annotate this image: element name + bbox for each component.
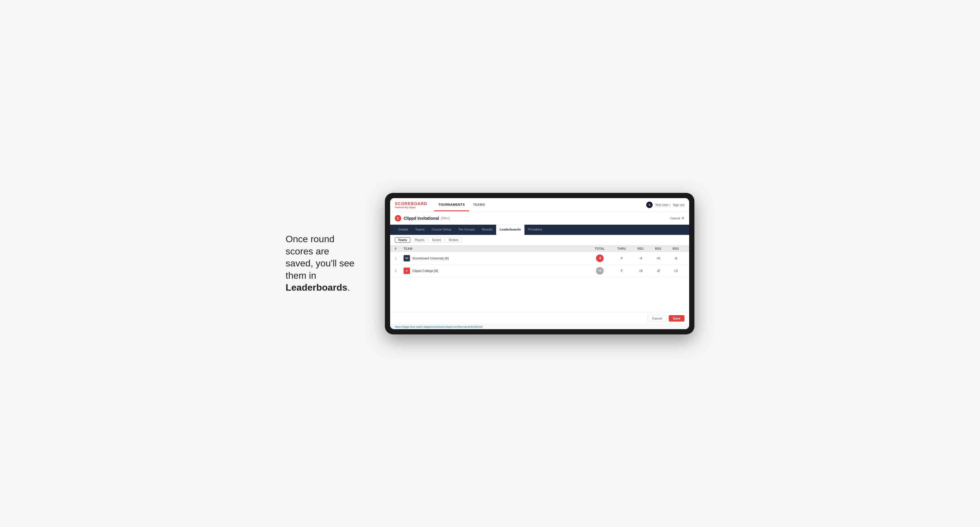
tab-leaderboards[interactable]: Leaderboards bbox=[496, 225, 525, 235]
tablet-screen: SCOREBOARD Powered by clippd TOURNAMENTS… bbox=[390, 198, 689, 329]
brand-logo: SCOREBOARD Powered by clippd bbox=[395, 202, 427, 209]
rd1-2: +8 bbox=[632, 269, 649, 273]
nav-right: S Test User | Sign out bbox=[646, 202, 684, 208]
desc-line1: Once round bbox=[286, 234, 334, 244]
filter-players[interactable]: Players bbox=[412, 237, 428, 243]
team-name-2: Clippd College [A] bbox=[412, 269, 438, 273]
tab-tee-groups[interactable]: Tee Groups bbox=[455, 225, 478, 235]
thru-2: F bbox=[611, 269, 632, 273]
desc-line2: scores are bbox=[286, 246, 329, 257]
brand-title: SCOREBOARD bbox=[395, 202, 427, 206]
total-cell-2: +3 bbox=[588, 267, 611, 275]
status-url: https://stage-blue-coach.stagesscoreboar… bbox=[395, 325, 483, 328]
tournament-sub: (Men) bbox=[441, 216, 450, 220]
save-button[interactable]: Save bbox=[669, 315, 684, 322]
tab-printables[interactable]: Printables bbox=[525, 225, 546, 235]
nav-teams[interactable]: TEAMS bbox=[469, 199, 489, 211]
table-row: 1 SU Scoreboard University [A] -5 F -4 +… bbox=[390, 252, 689, 265]
filter-bar: Teams Players Scores Strokes bbox=[390, 235, 689, 245]
table-row: 2 C Clippd College [A] +3 F +8 -8 +3 bbox=[390, 265, 689, 277]
status-bar: https://stage-blue-coach.stagesscoreboar… bbox=[390, 324, 689, 329]
tournament-name: Clippd Invitational bbox=[404, 216, 439, 221]
tournament-header: C Clippd Invitational (Men) Cancel ✕ bbox=[390, 212, 689, 225]
user-name: Test User | bbox=[655, 203, 670, 206]
navbar: SCOREBOARD Powered by clippd TOURNAMENTS… bbox=[390, 198, 689, 212]
sign-out-link[interactable]: Sign out bbox=[673, 203, 684, 206]
nav-tournaments[interactable]: TOURNAMENTS bbox=[434, 199, 469, 211]
rd1-1: -4 bbox=[632, 257, 649, 260]
tab-results[interactable]: Results bbox=[478, 225, 496, 235]
cancel-button[interactable]: Cancel bbox=[648, 315, 667, 322]
tab-course-setup[interactable]: Course Setup bbox=[428, 225, 455, 235]
team-name-1: Scoreboard University [A] bbox=[412, 257, 449, 260]
total-badge-2: +3 bbox=[596, 267, 604, 275]
team-logo-1: SU bbox=[404, 255, 410, 262]
table-spacer bbox=[390, 277, 689, 312]
sub-tabs: Details Teams Course Setup Tee Groups Re… bbox=[390, 225, 689, 235]
team-logo-2: C bbox=[404, 268, 410, 274]
cancel-x-button[interactable]: Cancel ✕ bbox=[670, 216, 684, 220]
table-header: # TEAM TOTAL THRU RD1 RD2 RD3 bbox=[390, 245, 689, 252]
desc-line3: saved, you'll see bbox=[286, 258, 355, 268]
rd2-1: +5 bbox=[649, 257, 667, 260]
nav-links: TOURNAMENTS TEAMS bbox=[434, 199, 646, 211]
page-wrapper: Once round scores are saved, you'll see … bbox=[286, 193, 694, 334]
left-description: Once round scores are saved, you'll see … bbox=[286, 233, 368, 294]
footer: Cancel Save bbox=[390, 312, 689, 324]
rd3-2: +3 bbox=[667, 269, 684, 273]
total-badge-1: -5 bbox=[596, 254, 604, 262]
rd3-1: -6 bbox=[667, 257, 684, 260]
rd2-2: -8 bbox=[649, 269, 667, 273]
total-cell-1: -5 bbox=[588, 254, 611, 262]
team-cell-2: C Clippd College [A] bbox=[404, 268, 588, 274]
team-cell-1: SU Scoreboard University [A] bbox=[404, 255, 588, 262]
filter-teams[interactable]: Teams bbox=[395, 237, 410, 243]
user-avatar: S bbox=[646, 202, 653, 208]
leaderboard-table: # TEAM TOTAL THRU RD1 RD2 RD3 1 SU Score… bbox=[390, 245, 689, 312]
filter-scores[interactable]: Scores bbox=[429, 237, 444, 243]
filter-strokes[interactable]: Strokes bbox=[445, 237, 462, 243]
desc-line4: them in bbox=[286, 270, 316, 281]
desc-highlight: Leaderboards bbox=[286, 282, 347, 293]
tablet-device: SCOREBOARD Powered by clippd TOURNAMENTS… bbox=[385, 193, 694, 334]
tournament-logo: C bbox=[395, 215, 401, 221]
rank-2: 2 bbox=[395, 269, 404, 273]
thru-1: F bbox=[611, 257, 632, 260]
rank-1: 1 bbox=[395, 257, 404, 260]
tab-teams[interactable]: Teams bbox=[412, 225, 428, 235]
tab-details[interactable]: Details bbox=[395, 225, 412, 235]
brand-subtitle: Powered by clippd bbox=[395, 206, 427, 209]
